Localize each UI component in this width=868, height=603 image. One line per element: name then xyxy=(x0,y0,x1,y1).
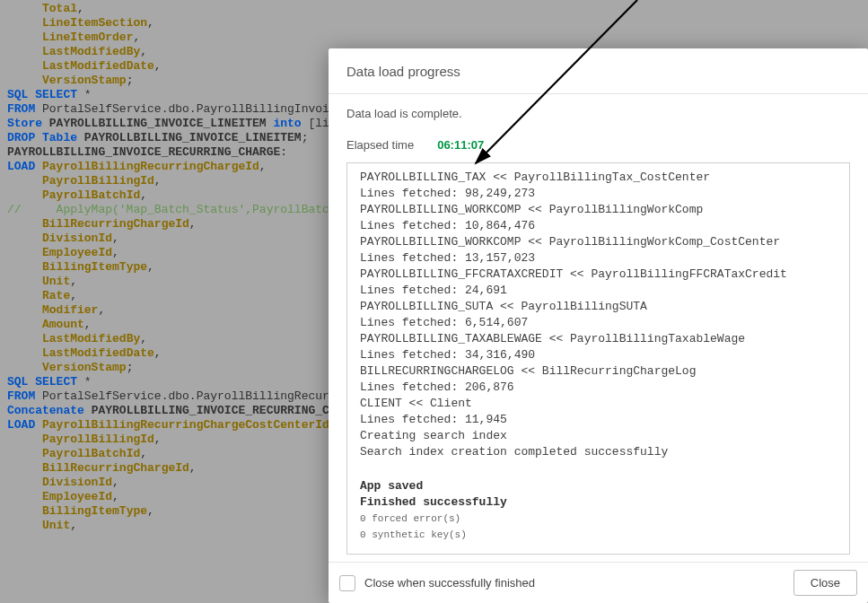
log-line: Lines fetched: 206,876 xyxy=(360,380,837,396)
log-line: Creating search index xyxy=(360,428,837,444)
log-line: Search index creation completed successf… xyxy=(360,444,837,460)
status-text: Data load is complete. xyxy=(346,107,850,120)
log-line: Lines fetched: 24,691 xyxy=(360,283,837,299)
log-line: Lines fetched: 11,945 xyxy=(360,412,837,428)
elapsed-row: Elapsed time 06:11:07 xyxy=(346,138,850,152)
log-line: 0 forced error(s) xyxy=(360,511,837,527)
log-line: Lines fetched: 10,864,476 xyxy=(360,218,837,234)
log-line: BILLRECURRINGCHARGELOG << BillRecurringC… xyxy=(360,363,837,380)
code-line: Total, xyxy=(7,2,861,16)
log-line: Finished successfully xyxy=(360,494,837,511)
log-line: CLIENT << Client xyxy=(360,396,837,412)
dialog-body: Data load is complete. Elapsed time 06:1… xyxy=(329,94,868,562)
elapsed-value: 06:11:07 xyxy=(437,138,484,152)
log-line: App saved xyxy=(360,478,837,494)
elapsed-label: Elapsed time xyxy=(346,138,414,152)
close-button[interactable]: Close xyxy=(793,570,857,596)
log-line: PAYROLLBILLING_SUTA << PayrollBillingSUT… xyxy=(360,299,837,315)
log-line: PAYROLLBILLING_FFCRATAXCREDIT << Payroll… xyxy=(360,267,837,283)
log-line: Lines fetched: 98,249,273 xyxy=(360,186,837,202)
log-line: 0 synthetic key(s) xyxy=(360,527,837,543)
dialog-footer: Close when successfully finished Close xyxy=(329,562,868,603)
log-line: Lines fetched: 13,157,023 xyxy=(360,250,837,267)
data-load-progress-dialog: Data load progress Data load is complete… xyxy=(329,48,868,603)
log-line: Lines fetched: 34,316,490 xyxy=(360,347,837,363)
log-output[interactable]: PAYROLLBILLING_TAX << PayrollBillingTax_… xyxy=(346,162,850,555)
dialog-title: Data load progress xyxy=(329,48,868,94)
log-line: PAYROLLBILLING_TAX << PayrollBillingTax_… xyxy=(360,170,837,186)
checkbox-icon[interactable] xyxy=(339,575,355,591)
code-line: LineItemOrder, xyxy=(7,31,861,45)
log-line: PAYROLLBILLING_TAXABLEWAGE << PayrollBil… xyxy=(360,331,837,347)
code-line: LineItemSection, xyxy=(7,16,861,31)
checkbox-label: Close when successfully finished xyxy=(364,576,535,590)
log-line: PAYROLLBILLING_WORKCOMP << PayrollBillin… xyxy=(360,234,837,250)
log-line: PAYROLLBILLING_WORKCOMP << PayrollBillin… xyxy=(360,202,837,218)
close-when-finished-option[interactable]: Close when successfully finished xyxy=(339,575,535,591)
log-line xyxy=(360,460,837,478)
log-line: Lines fetched: 6,514,607 xyxy=(360,315,837,331)
